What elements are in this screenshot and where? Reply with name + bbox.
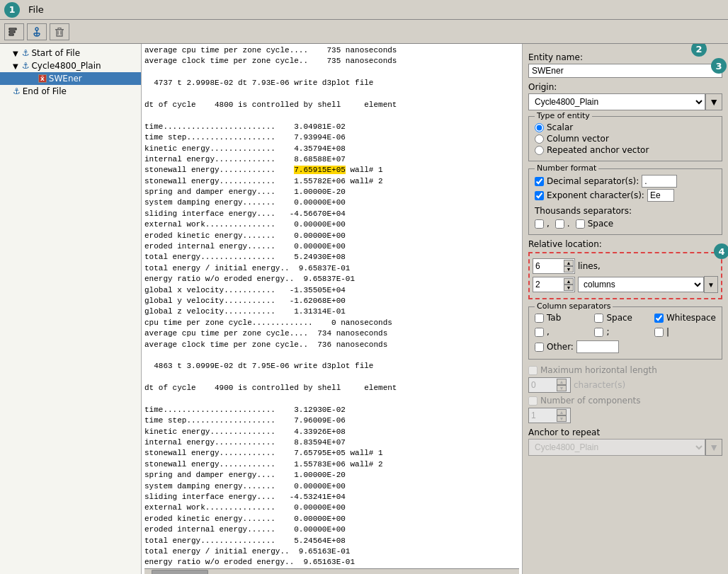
columns-input[interactable] xyxy=(535,280,564,289)
num-comp-value-row: ▲ ▼ xyxy=(528,408,722,423)
badge-3: 3 xyxy=(711,58,727,74)
sep-semicolon-cb[interactable] xyxy=(594,328,603,337)
anchor-button[interactable] xyxy=(27,23,47,40)
decimal-sep-checkbox[interactable] xyxy=(535,177,544,186)
max-horiz-spinbox: ▲ ▼ xyxy=(528,377,571,393)
origin-row: Cycle4800_Plain ▼ xyxy=(528,93,722,110)
tree-item-cycle4800[interactable]: ▼ ⚓ Cycle4800_Plain xyxy=(0,59,141,72)
columns-unit-btn[interactable]: ▼ xyxy=(704,276,718,293)
title-bar: 1 File xyxy=(0,0,728,20)
origin-select-btn[interactable]: ▼ xyxy=(705,93,722,110)
radio-scalar: Scalar xyxy=(535,122,716,132)
max-horiz-label: Maximum horizontal length xyxy=(540,365,657,375)
thousands-space-label: Space xyxy=(588,219,614,229)
entity-icon-swener: x̄ xyxy=(38,74,47,83)
radio-scalar-label: Scalar xyxy=(547,122,573,132)
scrollbar-thumb[interactable] xyxy=(152,570,208,574)
max-horiz-input xyxy=(531,380,557,390)
tree-panel: ▼ ⚓ Start of File ▼ ⚓ Cycle4800_Plain x̄… xyxy=(0,44,142,574)
lines-spin-up[interactable]: ▲ xyxy=(564,260,574,266)
tree-item-swener[interactable]: x̄ SWEner xyxy=(0,72,141,85)
sep-space-label: Space xyxy=(606,313,632,323)
sep-other-label: Other: xyxy=(547,342,574,352)
highlighted-value: 7.65915E+05 xyxy=(294,166,346,174)
tree-item-endoffile[interactable]: ⚓ End of File xyxy=(0,85,141,98)
type-group-title: Type of entity xyxy=(535,111,592,120)
exponent-checkbox[interactable] xyxy=(535,191,544,200)
sep-other-row: Other: xyxy=(535,340,716,353)
lines-input[interactable] xyxy=(535,261,564,271)
edit-button[interactable] xyxy=(4,23,24,40)
tree-label-start: Start of File xyxy=(31,48,80,58)
num-comp-spinbox: ▲ ▼ xyxy=(528,408,571,423)
sep-comma-label: , xyxy=(547,327,550,337)
sep-pipe-cb[interactable] xyxy=(654,328,664,337)
columns-spin-down[interactable]: ▼ xyxy=(564,285,574,291)
lines-spinbox: ▲ ▼ xyxy=(533,258,575,274)
radio-column-label: Column vector xyxy=(547,134,609,144)
exponent-row: Exponent character(s): xyxy=(535,189,716,202)
exponent-input[interactable] xyxy=(647,189,674,202)
main-area: ▼ ⚓ Start of File ▼ ⚓ Cycle4800_Plain x̄… xyxy=(0,44,728,574)
max-horiz-spin-up: ▲ xyxy=(557,379,567,385)
sep-comma: , xyxy=(535,327,591,337)
columns-unit-select[interactable]: columns xyxy=(578,277,704,292)
radio-repeated-input[interactable] xyxy=(535,146,544,155)
radio-repeated: Repeated anchor vector xyxy=(535,145,716,155)
entity-name-input[interactable] xyxy=(528,64,722,78)
sep-pipe-label: | xyxy=(666,327,669,337)
columns-spin-up[interactable]: ▲ xyxy=(564,278,574,285)
sep-whitespace-label: Whitespace xyxy=(666,313,716,323)
decimal-sep-row: Decimal separator(s): xyxy=(535,175,716,188)
sep-tab-cb[interactable] xyxy=(535,314,544,323)
props-panel: 2 Entity name: 3 Origin: Cycle4800_Plain… xyxy=(523,44,728,574)
svg-point-3 xyxy=(35,28,38,30)
radio-repeated-label: Repeated anchor vector xyxy=(547,145,649,155)
text-content: average cpu time per zone cycle.... 735 … xyxy=(144,45,519,568)
svg-rect-0 xyxy=(9,28,16,30)
thousands-row: , . Space xyxy=(535,217,716,230)
anchor-icon-cycle4800: ⚓ xyxy=(22,61,30,71)
svg-rect-2 xyxy=(9,34,13,35)
max-horiz-spin-down: ▼ xyxy=(557,385,567,391)
delete-button[interactable] xyxy=(50,23,69,40)
lines-spin-btns: ▲ ▼ xyxy=(564,260,574,272)
thousands-space: Space xyxy=(576,219,614,229)
svg-rect-1 xyxy=(9,31,15,33)
num-components-row: Number of components xyxy=(528,396,722,406)
type-group: Type of entity Scalar Column vector Repe… xyxy=(528,116,722,161)
rel-loc-box: 4 ▲ ▼ lines, ▲ ▼ xyxy=(528,252,722,299)
thousands-comma: , xyxy=(535,219,550,229)
lines-spin-down[interactable]: ▼ xyxy=(564,266,574,272)
horizontal-scrollbar[interactable] xyxy=(144,568,519,574)
origin-select[interactable]: Cycle4800_Plain xyxy=(528,93,705,110)
thousands-space-cb[interactable] xyxy=(576,219,585,229)
rel-loc-label: Relative location: xyxy=(528,239,722,249)
max-horiz-cb[interactable] xyxy=(528,366,538,375)
anchor-label: Anchor to repeat xyxy=(528,427,722,437)
radio-column-input[interactable] xyxy=(535,134,544,144)
radio-column: Column vector xyxy=(535,134,716,144)
menu-file[interactable]: File xyxy=(24,3,48,16)
sep-other-input[interactable] xyxy=(576,340,619,353)
num-components-cb[interactable] xyxy=(528,396,538,406)
sep-semicolon-label: ; xyxy=(606,327,609,337)
thousands-comma-cb[interactable] xyxy=(535,219,544,229)
badge-1: 1 xyxy=(4,2,20,18)
max-horiz-spin-btns: ▲ ▼ xyxy=(557,379,567,391)
sep-space-cb[interactable] xyxy=(594,314,603,323)
tree-label-cycle4800: Cycle4800_Plain xyxy=(31,61,101,71)
columns-spin-btns: ▲ ▼ xyxy=(564,278,574,291)
numformat-group: Number format Decimal separator(s): Expo… xyxy=(528,168,722,235)
thousands-dot-cb[interactable] xyxy=(555,219,564,229)
sep-other-cb[interactable] xyxy=(535,343,544,352)
decimal-sep-input[interactable] xyxy=(642,175,677,188)
lines-label: lines, xyxy=(578,261,601,271)
sep-whitespace-cb[interactable] xyxy=(654,314,664,323)
sep-comma-cb[interactable] xyxy=(535,328,544,337)
radio-scalar-input[interactable] xyxy=(535,123,544,132)
anchor-icon-end: ⚓ xyxy=(13,86,21,96)
tree-item-start[interactable]: ▼ ⚓ Start of File xyxy=(0,47,141,59)
badge-4: 4 xyxy=(714,243,728,259)
text-panel[interactable]: average cpu time per zone cycle.... 735 … xyxy=(142,44,523,574)
